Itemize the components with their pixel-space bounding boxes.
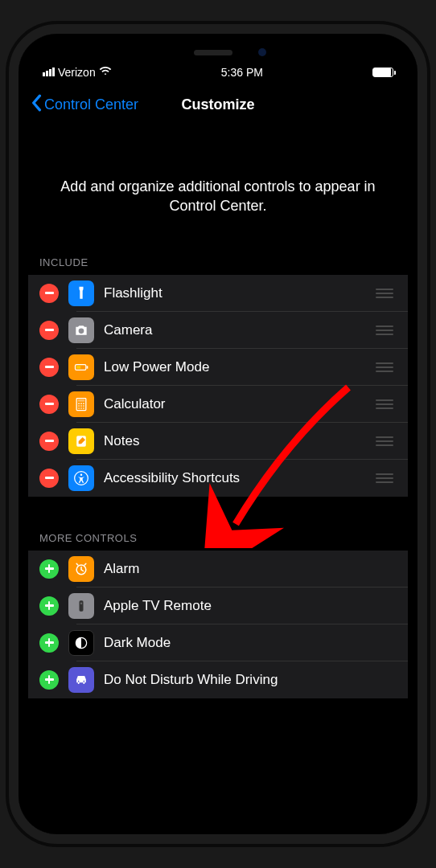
add-button[interactable] [39, 633, 59, 653]
drag-handle-icon[interactable] [376, 326, 397, 335]
svg-rect-1 [76, 366, 80, 368]
flashlight-icon [68, 280, 94, 306]
car-icon [68, 667, 94, 693]
svg-point-21 [78, 680, 80, 682]
row-dark-mode[interactable]: Dark Mode [28, 624, 408, 661]
row-label: Flashlight [104, 285, 366, 301]
row-notes[interactable]: Notes [28, 423, 408, 460]
row-do-not-disturb-driving[interactable]: Do Not Disturb While Driving [28, 661, 408, 698]
row-label: Dark Mode [104, 635, 397, 651]
back-label: Control Center [44, 96, 138, 113]
nav-bar: Control Center Customize [19, 86, 417, 129]
add-button[interactable] [39, 596, 59, 616]
wifi-icon [99, 64, 112, 80]
row-label: Calculator [104, 396, 366, 412]
svg-point-8 [78, 405, 80, 407]
section-header-more: MORE CONTROLS [19, 524, 417, 551]
accessibility-icon [68, 465, 94, 491]
remove-button[interactable] [39, 321, 59, 340]
row-apple-tv-remote[interactable]: Apple TV Remote [28, 588, 408, 624]
svg-rect-4 [78, 399, 84, 402]
row-label: Low Power Mode [104, 359, 366, 375]
chevron-left-icon [30, 94, 43, 116]
page-title: Customize [181, 96, 254, 113]
row-label: Accessibility Shortcuts [104, 470, 366, 486]
list-include: Flashlight Camera Low Power Mode [28, 275, 408, 497]
status-right [372, 68, 393, 77]
row-alarm[interactable]: Alarm [28, 551, 408, 588]
svg-point-10 [83, 405, 84, 407]
battery-low-icon [68, 354, 94, 380]
device-frame: Verizon 5:36 PM Control Center Customize… [9, 24, 427, 844]
remove-button[interactable] [39, 469, 59, 488]
back-button[interactable]: Control Center [30, 94, 138, 116]
remove-button[interactable] [39, 432, 59, 451]
svg-rect-18 [80, 600, 84, 611]
row-label: Apple TV Remote [104, 598, 397, 614]
svg-point-19 [80, 602, 83, 604]
row-label: Alarm [104, 561, 397, 577]
notes-icon [68, 428, 94, 454]
notch [138, 40, 298, 64]
row-label: Do Not Disturb While Driving [104, 672, 397, 688]
row-label: Camera [104, 322, 366, 338]
svg-point-5 [78, 403, 80, 404]
drag-handle-icon[interactable] [376, 289, 397, 298]
row-accessibility-shortcuts[interactable]: Accessibility Shortcuts [28, 460, 408, 497]
svg-point-12 [80, 407, 82, 409]
row-low-power-mode[interactable]: Low Power Mode [28, 349, 408, 386]
add-button[interactable] [39, 559, 59, 579]
carrier-label: Verizon [58, 66, 96, 79]
section-header-include: INCLUDE [19, 248, 417, 275]
svg-rect-2 [87, 366, 88, 368]
remove-button[interactable] [39, 395, 59, 414]
svg-point-22 [84, 680, 85, 682]
darkmode-icon [68, 630, 94, 656]
speaker [194, 50, 232, 55]
calculator-icon [68, 391, 94, 417]
drag-handle-icon[interactable] [376, 436, 397, 446]
svg-point-16 [80, 473, 83, 476]
drag-handle-icon[interactable] [376, 473, 397, 483]
camera-icon [68, 317, 94, 343]
svg-point-11 [78, 407, 80, 409]
remove-button[interactable] [39, 358, 59, 377]
description-text: Add and organize additional controls to … [19, 129, 417, 248]
row-camera[interactable]: Camera [28, 312, 408, 349]
list-more-controls: Alarm Apple TV Remote Dark Mode [28, 551, 408, 698]
signal-icon [43, 68, 55, 76]
remote-icon [68, 593, 94, 619]
front-camera [258, 48, 266, 56]
remove-button[interactable] [39, 284, 59, 303]
clock: 5:36 PM [221, 66, 263, 79]
screen: Verizon 5:36 PM Control Center Customize… [19, 34, 417, 834]
svg-point-9 [80, 405, 82, 407]
row-calculator[interactable]: Calculator [28, 386, 408, 423]
battery-icon [372, 68, 393, 77]
alarm-icon [68, 556, 94, 582]
svg-point-6 [80, 403, 82, 404]
row-label: Notes [104, 433, 366, 449]
add-button[interactable] [39, 670, 59, 690]
svg-point-13 [83, 407, 84, 409]
svg-point-7 [83, 403, 84, 404]
drag-handle-icon[interactable] [376, 399, 397, 409]
row-flashlight[interactable]: Flashlight [28, 275, 408, 312]
status-left: Verizon [43, 64, 112, 80]
drag-handle-icon[interactable] [376, 362, 397, 372]
